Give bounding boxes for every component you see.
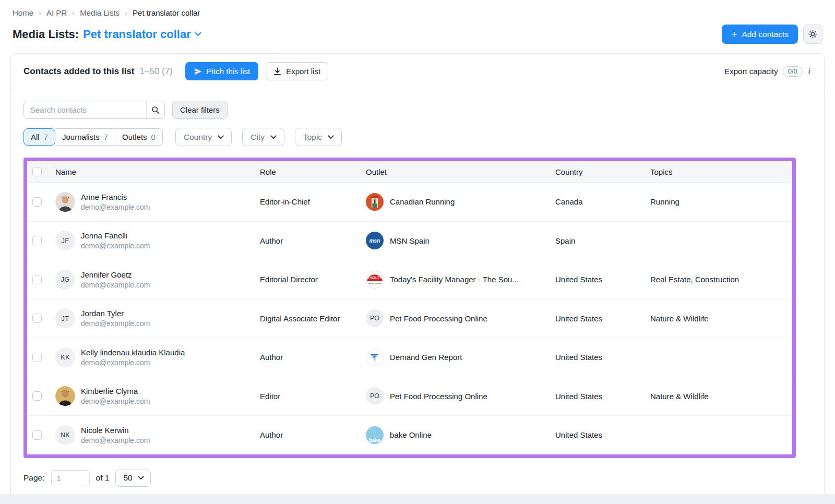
row-checkbox[interactable] [32, 275, 42, 284]
chevron-right-icon: › [125, 8, 127, 17]
outlet-name: Demand Gen Report [390, 353, 462, 362]
table-row[interactable]: NKNicole Kerwindemo@example.comAuthorbak… [27, 415, 792, 454]
chevron-right-icon: › [39, 8, 41, 17]
contact-country: United States [555, 430, 650, 439]
contact-email: demo@example.com [81, 281, 150, 289]
contacts-table: Name Role Outlet Country Topics Anne Fra… [23, 158, 796, 458]
list-selector[interactable]: Pet translator collar [83, 28, 201, 41]
card-title: Contacts added to this list [23, 66, 135, 77]
contact-topics: Nature & Wildlife [650, 314, 792, 323]
contact-name[interactable]: Kelly lindenau klaudia Klaudia [81, 348, 185, 357]
contact-country: United States [555, 353, 650, 362]
contact-name[interactable]: Kimberlie Clyma [81, 387, 150, 395]
list-selector-label: Pet translator collar [83, 28, 191, 41]
tab-all[interactable]: All 7 [23, 128, 55, 146]
svg-text:FACILITY: FACILITY [368, 276, 381, 279]
column-header-outlet: Outlet [366, 167, 555, 176]
topic-filter-dropdown[interactable]: Topic [295, 128, 342, 146]
row-checkbox[interactable] [32, 391, 42, 401]
contact-name[interactable]: Jennifer Goetz [81, 270, 150, 279]
card-header: Contacts added to this list 1–50 (7) Pit… [11, 54, 824, 89]
table-body: Anne Francisdemo@example.comEditor-in-Ch… [27, 182, 792, 454]
contact-country: United States [555, 314, 650, 323]
settings-button[interactable] [803, 25, 822, 44]
contacts-card: Contacts added to this list 1–50 (7) Pit… [10, 53, 825, 494]
breadcrumb-ai-pr[interactable]: AI PR [46, 8, 67, 17]
contact-email: demo@example.com [81, 358, 185, 367]
export-list-button[interactable]: Export list [266, 62, 328, 80]
add-contacts-button[interactable]: + Add contacts [722, 25, 798, 44]
chevron-down-icon [218, 135, 224, 139]
tab-journalists[interactable]: Journalists 7 [55, 128, 115, 146]
page-size-select[interactable]: 50 [115, 470, 150, 487]
contact-name[interactable]: Nicole Kerwin [81, 426, 150, 435]
contact-role: Digital Associate Editor [260, 314, 366, 323]
row-checkbox[interactable] [32, 314, 42, 323]
row-checkbox[interactable] [32, 197, 42, 207]
contact-avatar-initials: NK [55, 425, 75, 445]
chevron-down-icon [138, 476, 144, 480]
contact-topics: Running [650, 197, 792, 206]
tab-journalists-count: 7 [104, 133, 108, 141]
page-title-prefix: Media Lists: [13, 28, 79, 41]
contact-name[interactable]: Jordan Tyler [81, 309, 150, 318]
page-number-input[interactable] [51, 470, 90, 486]
contact-country: United States [555, 392, 650, 401]
contact-type-tabs: All 7 Journalists 7 Outlets 0 [23, 128, 163, 146]
clear-filters-button[interactable]: Clear filters [172, 101, 228, 119]
table-row[interactable]: Anne Francisdemo@example.comEditor-in-Ch… [27, 182, 792, 221]
outlet-name: Canadian Running [390, 197, 455, 206]
breadcrumb-home[interactable]: Home [13, 8, 33, 17]
select-all-checkbox[interactable] [32, 167, 42, 176]
contact-email: demo@example.com [81, 397, 150, 405]
contact-name[interactable]: Anne Francis [81, 193, 150, 201]
breadcrumb-current: Pet translator collar [133, 8, 200, 17]
tab-outlets[interactable]: Outlets 0 [115, 128, 163, 146]
outlet-logo: PO [366, 309, 384, 327]
contact-role: Author [260, 236, 366, 245]
tab-all-count: 7 [44, 133, 48, 141]
add-contacts-label: Add contacts [742, 30, 789, 39]
contact-avatar-initials: JG [55, 270, 75, 290]
page-title: Media Lists: Pet translator collar [13, 28, 201, 41]
page-size-value: 50 [123, 473, 132, 483]
contact-email: demo@example.com [81, 436, 150, 445]
row-checkbox[interactable] [32, 430, 42, 440]
row-checkbox[interactable] [32, 236, 42, 245]
top-bar: Home › AI PR › Media Lists › Pet transla… [0, 0, 835, 44]
table-row[interactable]: JFJenna Fanellidemo@example.comAuthormsn… [27, 221, 792, 260]
outlet-logo: msn [366, 232, 384, 249]
country-filter-dropdown[interactable]: Country [175, 128, 232, 146]
pagination: Page: of 1 50 [11, 458, 824, 495]
contact-email: demo@example.com [81, 319, 150, 328]
tab-journalists-label: Journalists [62, 133, 100, 141]
export-capacity: Export capacity 0/0 i [724, 66, 812, 77]
table-row[interactable]: JTJordan Tylerdemo@example.comDigital As… [27, 299, 792, 338]
chevron-right-icon: › [72, 8, 75, 17]
contact-topics: Nature & Wildlife [650, 392, 792, 401]
outlet-logo [366, 349, 384, 366]
table-row[interactable]: JGJennifer Goetzdemo@example.comEditoria… [27, 260, 792, 299]
breadcrumb: Home › AI PR › Media Lists › Pet transla… [13, 8, 822, 17]
filters-section: Clear filters All 7 Journalists 7 Outlet… [11, 89, 824, 146]
svg-text:EXECUTIVE: EXECUTIVE [368, 282, 381, 285]
table-row[interactable]: Kimberlie Clymademo@example.comEditorPOP… [27, 377, 792, 416]
search-button[interactable] [146, 101, 164, 118]
contact-role: Author [260, 430, 366, 439]
row-checkbox[interactable] [32, 353, 42, 362]
contact-email: demo@example.com [81, 242, 150, 250]
contact-avatar-initials: JT [55, 308, 75, 328]
search-input[interactable] [24, 101, 146, 118]
city-filter-dropdown[interactable]: City [242, 128, 284, 146]
pitch-this-list-button[interactable]: Pitch this list [185, 62, 258, 80]
outlet-name: Pet Food Processing Online [390, 392, 487, 401]
contact-name[interactable]: Jenna Fanelli [81, 231, 150, 240]
column-header-name: Name [55, 167, 260, 176]
gear-icon [808, 29, 818, 39]
breadcrumb-media-lists[interactable]: Media Lists [80, 8, 120, 17]
tab-outlets-label: Outlets [122, 133, 147, 141]
outlet-name: bake Online [390, 430, 432, 439]
info-icon[interactable]: i [807, 67, 812, 76]
table-row[interactable]: KKKelly lindenau klaudia Klaudiademo@exa… [27, 338, 792, 377]
chevron-down-icon [328, 135, 334, 139]
